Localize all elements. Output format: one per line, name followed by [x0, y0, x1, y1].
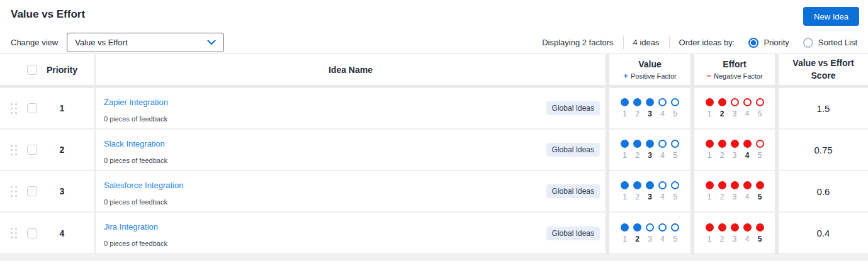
- effort-scale-number-4[interactable]: 4: [743, 193, 752, 201]
- effort-scale-number-3[interactable]: 3: [731, 235, 739, 243]
- value-rating-dot-4[interactable]: [658, 223, 667, 232]
- effort-scale-number-2[interactable]: 2: [718, 151, 726, 160]
- effort-rating-dot-5[interactable]: [756, 181, 764, 189]
- effort-rating-dot-5[interactable]: [756, 223, 764, 232]
- radio-icon[interactable]: [803, 38, 813, 48]
- idea-tag[interactable]: Global Ideas: [546, 143, 600, 157]
- new-idea-button[interactable]: New Idea: [803, 7, 859, 26]
- effort-scale-number-4[interactable]: 4: [743, 151, 752, 160]
- value-scale-number-4[interactable]: 4: [658, 151, 667, 160]
- effort-scale-number-5[interactable]: 5: [756, 193, 764, 201]
- effort-rating-dot-3[interactable]: [731, 223, 739, 232]
- effort-rating-dot-3[interactable]: [731, 181, 739, 189]
- value-rating-dot-2[interactable]: [633, 140, 641, 148]
- effort-rating-dot-1[interactable]: [706, 223, 714, 232]
- value-rating-dot-2[interactable]: [633, 98, 641, 106]
- idea-name-link[interactable]: Salesforce Integration: [104, 181, 183, 190]
- value-scale-number-3[interactable]: 3: [646, 193, 654, 201]
- value-rating-dot-1[interactable]: [621, 140, 629, 148]
- effort-scale-number-4[interactable]: 4: [743, 109, 752, 118]
- effort-rating-dot-4[interactable]: [743, 98, 752, 106]
- effort-rating-dot-5[interactable]: [756, 140, 764, 148]
- idea-tag[interactable]: Global Ideas: [546, 184, 600, 198]
- effort-scale-number-2[interactable]: 2: [718, 193, 726, 201]
- value-scale-number-3[interactable]: 3: [646, 109, 654, 118]
- value-scale-number-1[interactable]: 1: [621, 151, 629, 160]
- idea-tag[interactable]: Global Ideas: [546, 101, 600, 115]
- value-scale-number-4[interactable]: 4: [658, 109, 667, 118]
- value-scale-number-1[interactable]: 1: [621, 235, 629, 243]
- value-scale-number-5[interactable]: 5: [671, 109, 679, 118]
- value-scale-number-3[interactable]: 3: [646, 151, 654, 160]
- value-rating-dot-1[interactable]: [621, 181, 629, 189]
- effort-scale-number-5[interactable]: 5: [756, 109, 764, 118]
- value-rating-dot-1[interactable]: [621, 223, 629, 232]
- order-by-sorted-list-option[interactable]: Sorted List: [803, 38, 857, 48]
- effort-rating-dot-4[interactable]: [743, 181, 752, 189]
- effort-rating-dot-1[interactable]: [706, 98, 714, 106]
- value-scale-number-5[interactable]: 5: [671, 151, 679, 160]
- value-rating-dot-3[interactable]: [646, 98, 654, 106]
- effort-rating-dot-4[interactable]: [743, 140, 752, 148]
- value-rating-dot-5[interactable]: [671, 98, 679, 106]
- effort-rating-dot-4[interactable]: [743, 223, 752, 232]
- effort-scale-number-3[interactable]: 3: [731, 151, 739, 160]
- value-scale-number-3[interactable]: 3: [646, 235, 654, 243]
- value-scale-number-1[interactable]: 1: [621, 109, 629, 118]
- value-rating-dot-2[interactable]: [633, 181, 641, 189]
- effort-rating-dot-3[interactable]: [731, 140, 739, 148]
- value-scale-number-5[interactable]: 5: [671, 235, 679, 243]
- value-scale-number-2[interactable]: 2: [633, 235, 641, 243]
- value-rating-dot-1[interactable]: [621, 98, 629, 106]
- drag-handle-icon[interactable]: [11, 186, 17, 197]
- value-rating-dot-2[interactable]: [633, 223, 641, 232]
- effort-rating-dot-2[interactable]: [718, 223, 726, 232]
- value-rating-dot-5[interactable]: [671, 223, 679, 232]
- select-all-checkbox[interactable]: [27, 65, 37, 75]
- radio-label[interactable]: Priority: [764, 38, 789, 47]
- effort-scale-number-3[interactable]: 3: [731, 109, 739, 118]
- value-scale-number-4[interactable]: 4: [658, 193, 667, 201]
- drag-handle-icon[interactable]: [11, 228, 17, 238]
- order-by-priority-option[interactable]: Priority: [748, 38, 789, 48]
- value-rating-dot-5[interactable]: [671, 140, 679, 148]
- value-scale-number-5[interactable]: 5: [671, 193, 679, 201]
- effort-scale-number-2[interactable]: 2: [718, 235, 726, 243]
- idea-name-link[interactable]: Jira Integration: [104, 222, 158, 232]
- value-scale-number-2[interactable]: 2: [633, 151, 641, 160]
- radio-label[interactable]: Sorted List: [818, 38, 857, 47]
- value-rating-dot-4[interactable]: [658, 98, 667, 106]
- effort-scale-number-5[interactable]: 5: [756, 235, 764, 243]
- effort-scale-number-1[interactable]: 1: [706, 235, 714, 243]
- value-scale-number-2[interactable]: 2: [633, 109, 641, 118]
- effort-rating-dot-2[interactable]: [718, 98, 726, 106]
- value-scale-number-2[interactable]: 2: [633, 193, 641, 201]
- idea-name-link[interactable]: Zapier Integration: [104, 98, 168, 107]
- effort-rating-dot-2[interactable]: [718, 140, 726, 148]
- radio-icon[interactable]: [748, 38, 758, 48]
- effort-scale-number-1[interactable]: 1: [706, 151, 714, 160]
- value-rating-dot-3[interactable]: [646, 140, 654, 148]
- effort-scale-number-3[interactable]: 3: [731, 193, 739, 201]
- value-rating-dot-3[interactable]: [646, 223, 654, 232]
- row-checkbox[interactable]: [27, 145, 37, 155]
- value-rating-dot-5[interactable]: [671, 181, 679, 189]
- drag-handle-icon[interactable]: [11, 145, 17, 155]
- drag-handle-icon[interactable]: [11, 103, 17, 114]
- effort-rating-dot-1[interactable]: [706, 140, 714, 148]
- effort-rating-dot-3[interactable]: [731, 98, 739, 106]
- row-checkbox[interactable]: [27, 186, 37, 196]
- idea-name-link[interactable]: Slack Integration: [104, 139, 165, 148]
- value-scale-number-1[interactable]: 1: [621, 193, 629, 201]
- idea-tag[interactable]: Global Ideas: [546, 226, 600, 240]
- effort-scale-number-2[interactable]: 2: [718, 109, 726, 118]
- effort-scale-number-1[interactable]: 1: [706, 193, 714, 201]
- effort-scale-number-5[interactable]: 5: [756, 151, 764, 160]
- effort-scale-number-4[interactable]: 4: [743, 235, 752, 243]
- effort-rating-dot-2[interactable]: [718, 181, 726, 189]
- value-rating-dot-3[interactable]: [646, 181, 654, 189]
- row-checkbox[interactable]: [27, 103, 37, 113]
- value-rating-dot-4[interactable]: [658, 181, 667, 189]
- value-scale-number-4[interactable]: 4: [658, 235, 667, 243]
- row-checkbox[interactable]: [27, 228, 37, 238]
